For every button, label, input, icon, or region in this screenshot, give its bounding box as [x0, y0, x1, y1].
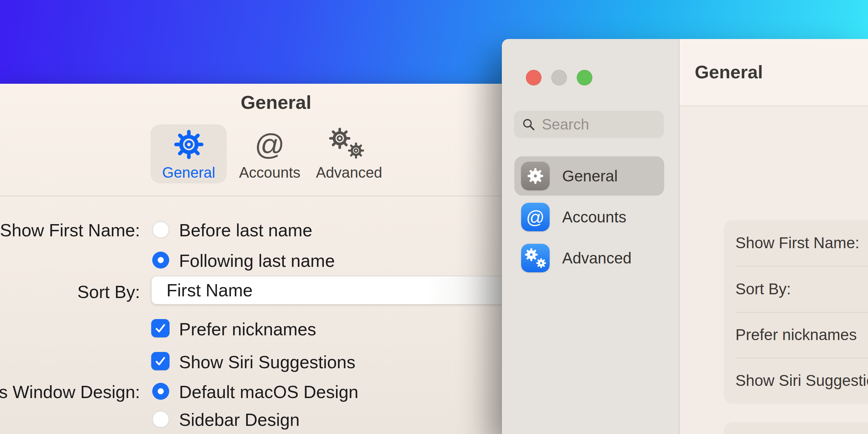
- sidebar-item-general-label[interactable]: General: [562, 166, 618, 186]
- show-siri-suggestions-label: Show Siri Suggestions: [179, 351, 355, 373]
- gear-icon: [527, 167, 544, 185]
- show-siri-suggestions-checkbox[interactable]: [151, 352, 170, 370]
- sort-by-dropdown[interactable]: First Name: [151, 276, 505, 304]
- contacts-settings-window-classic: General General: [0, 84, 505, 434]
- sort-by-label: Sort By:: [0, 281, 140, 303]
- settings-group-card: Show First Name: Sort By: Prefer nicknam…: [724, 220, 868, 404]
- sort-by-value: First Name: [166, 280, 253, 300]
- close-button[interactable]: [526, 70, 541, 85]
- radio-default-macos-design[interactable]: [152, 383, 169, 400]
- sidebar-item-advanced-label[interactable]: Advanced: [562, 248, 632, 268]
- sidebar-item-general[interactable]: [521, 162, 550, 190]
- at-icon: @: [255, 127, 285, 162]
- tab-general-label: General: [162, 164, 215, 181]
- tab-general[interactable]: General: [151, 124, 227, 183]
- radio-sidebar-design[interactable]: [152, 411, 169, 428]
- tab-advanced-label: Advanced: [316, 164, 382, 181]
- contacts-settings-window-sidebar: Search General: [502, 39, 868, 434]
- search-placeholder: Search: [542, 116, 589, 133]
- content-header-title: General: [695, 61, 763, 82]
- tab-advanced[interactable]: Advanced: [313, 124, 386, 183]
- prefer-nicknames-checkbox[interactable]: [151, 319, 170, 337]
- radio-default-macos-design-label: Default macOS Design: [179, 381, 358, 403]
- gears-icon: [524, 248, 547, 269]
- show-first-name-label: Show First Name:: [0, 219, 140, 241]
- at-icon: @: [526, 208, 545, 226]
- row-show-first-name: Show First Name:: [735, 234, 868, 252]
- screen: General General: [0, 0, 868, 434]
- search-input[interactable]: Search: [514, 111, 664, 138]
- radio-before-last-name[interactable]: [152, 221, 169, 238]
- row-prefer-nicknames: Prefer nicknames: [735, 326, 868, 344]
- radio-following-last-name-label: Following last name: [179, 250, 335, 272]
- radio-sidebar-design-label: Sidebar Design: [179, 409, 300, 431]
- gears-icon: [328, 127, 370, 162]
- radio-before-last-name-label: Before last name: [179, 219, 312, 241]
- gear-icon: [174, 127, 204, 162]
- row-divider: [735, 266, 868, 267]
- prefer-nicknames-label: Prefer nicknames: [179, 318, 316, 340]
- settings-content-pane: General Show First Name: Sort By: Prefer…: [679, 39, 868, 434]
- row-show-siri-suggestions: Show Siri Suggestions: [735, 371, 868, 390]
- row-settings-window-design: Settings Window Design:: [735, 432, 868, 434]
- search-icon: [521, 117, 536, 132]
- row-divider: [735, 312, 868, 313]
- row-divider: [735, 358, 868, 358]
- sidebar-item-advanced[interactable]: [521, 244, 550, 272]
- content-header-divider: [679, 105, 868, 106]
- minimize-button[interactable]: [551, 70, 567, 85]
- sidebar-item-accounts[interactable]: @: [521, 203, 550, 231]
- toolbar-tabs: General @ Accounts: [151, 124, 386, 183]
- content-header-bar: General: [679, 39, 868, 105]
- settings-window-design-label: Settings Window Design:: [0, 381, 140, 403]
- tab-accounts[interactable]: @ Accounts: [235, 124, 304, 183]
- tab-accounts-label: Accounts: [239, 164, 300, 181]
- row-sort-by: Sort By:: [735, 280, 868, 298]
- settings-group-card-2: Settings Window Design:: [724, 422, 868, 434]
- window-title: General: [174, 91, 378, 113]
- toolbar-divider: [0, 196, 505, 196]
- radio-following-last-name[interactable]: [152, 252, 169, 269]
- settings-sidebar: Search General: [502, 39, 679, 434]
- zoom-button[interactable]: [577, 70, 592, 85]
- sidebar-item-accounts-label[interactable]: Accounts: [562, 207, 626, 227]
